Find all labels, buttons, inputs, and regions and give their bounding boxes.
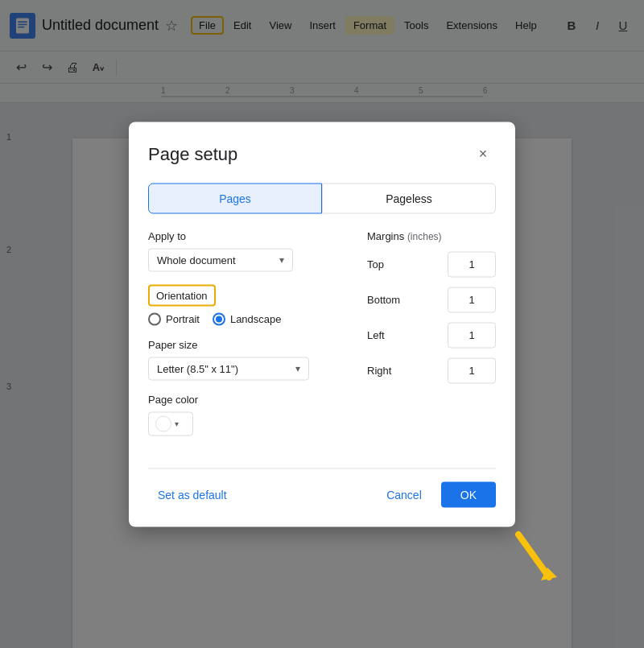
margin-right-label: Right: [367, 365, 407, 377]
margin-bottom-input[interactable]: [448, 287, 496, 312]
color-swatch: [155, 415, 171, 431]
portrait-label: Portrait: [166, 313, 200, 325]
page-color-section: Page color ▾: [148, 393, 348, 435]
left-column: Apply to Whole document ▾ Orientation Po…: [148, 229, 348, 448]
yellow-arrow: [510, 530, 559, 587]
orientation-radio-group: Portrait Landscape: [148, 312, 348, 325]
tabs-row: Pages Pageless: [148, 183, 496, 213]
page-setup-dialog: Page setup × Pages Pageless Apply to Who…: [129, 122, 515, 526]
portrait-option[interactable]: Portrait: [148, 312, 200, 325]
margin-left-label: Left: [367, 329, 407, 341]
dialog-header: Page setup ×: [148, 141, 496, 167]
margin-top-row: Top: [367, 251, 496, 277]
right-column: Margins (inches) Top Bottom Left Right: [367, 229, 496, 448]
paper-size-arrow: ▾: [295, 363, 300, 374]
ok-button[interactable]: OK: [441, 481, 496, 507]
margin-bottom-label: Bottom: [367, 294, 407, 306]
margin-top-label: Top: [367, 258, 407, 270]
orientation-label: Orientation: [148, 284, 216, 306]
color-arrow: ▾: [175, 419, 179, 428]
cancel-button[interactable]: Cancel: [374, 481, 435, 507]
set-default-button[interactable]: Set as default: [148, 481, 237, 507]
dialog-body: Apply to Whole document ▾ Orientation Po…: [148, 229, 496, 448]
margins-unit: (inches): [407, 230, 442, 241]
portrait-radio[interactable]: [148, 312, 161, 325]
margins-title: Margins (inches): [367, 229, 496, 241]
margin-top-input[interactable]: [448, 251, 496, 277]
apply-to-arrow: ▾: [279, 254, 284, 266]
paper-size-select[interactable]: Letter (8.5" x 11") ▾: [148, 357, 309, 380]
margin-left-input[interactable]: [448, 322, 496, 348]
margin-bottom-row: Bottom: [367, 287, 496, 312]
paper-size-section: Paper size Letter (8.5" x 11") ▾: [148, 338, 348, 380]
landscape-label: Landscape: [230, 313, 282, 325]
landscape-radio-inner: [216, 316, 222, 322]
tab-pages[interactable]: Pages: [148, 183, 322, 213]
tab-pageless[interactable]: Pageless: [322, 183, 496, 213]
paper-size-value: Letter (8.5" x 11"): [157, 362, 238, 374]
dialog-title: Page setup: [148, 143, 237, 164]
footer-right: Cancel OK: [374, 481, 496, 507]
dialog-footer: Set as default Cancel OK: [148, 468, 496, 507]
apply-to-section: Apply to Whole document ▾: [148, 229, 348, 271]
margin-right-input[interactable]: [448, 357, 496, 383]
svg-line-13: [518, 534, 549, 577]
margin-left-row: Left: [367, 322, 496, 348]
landscape-radio[interactable]: [213, 312, 225, 325]
apply-to-select[interactable]: Whole document ▾: [148, 248, 293, 271]
paper-size-label: Paper size: [148, 338, 348, 350]
apply-to-label: Apply to: [148, 229, 348, 241]
margin-right-row: Right: [367, 357, 496, 383]
landscape-option[interactable]: Landscape: [213, 312, 282, 325]
page-color-label: Page color: [148, 393, 348, 405]
close-button[interactable]: ×: [470, 141, 496, 167]
color-picker[interactable]: ▾: [148, 411, 193, 435]
apply-to-value: Whole document: [157, 254, 236, 266]
orientation-section: Orientation Portrait Landscape: [148, 284, 348, 325]
